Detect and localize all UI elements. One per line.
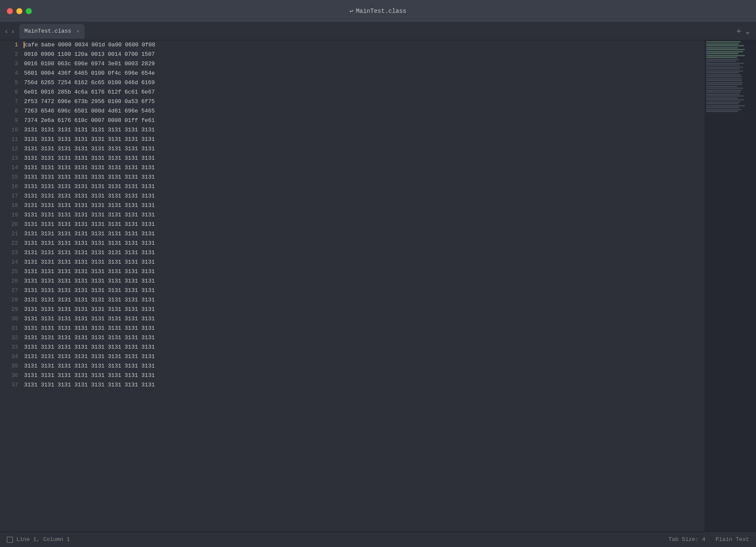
code-line: 3131 3131 3131 3131 3131 3131 3131 3131	[24, 229, 704, 239]
text-cursor	[24, 42, 24, 48]
close-button[interactable]	[7, 8, 13, 14]
line-number: 26	[0, 277, 22, 286]
line-number: 10	[0, 125, 22, 135]
line-number: 30	[0, 314, 22, 324]
code-line: 3131 3131 3131 3131 3131 3131 3131 3131	[24, 210, 704, 220]
code-line: 6e01 0016 285b 4c6a 6176 612f 6c61 6e67	[24, 88, 704, 97]
line-number: 31	[0, 324, 22, 333]
tab-maintest[interactable]: MainTest.class ✕	[19, 24, 85, 39]
code-content[interactable]: cafe babe 0000 0034 001d 0a00 0600 0f080…	[22, 40, 704, 532]
maximize-button[interactable]	[26, 8, 32, 14]
minimap-line	[706, 94, 740, 95]
code-line: 3131 3131 3131 3131 3131 3131 3131 3131	[24, 135, 704, 144]
minimap-line	[706, 109, 741, 110]
minimap-line	[706, 76, 742, 77]
line-number: 6	[0, 88, 22, 97]
minimap-line	[706, 74, 741, 76]
code-line: 3131 3131 3131 3131 3131 3131 3131 3131	[24, 125, 704, 135]
editor-area: 1234567891011121314151617181920212223242…	[0, 40, 756, 532]
code-line: 3131 3131 3131 3131 3131 3131 3131 3131	[24, 191, 704, 201]
minimap-line	[706, 107, 739, 108]
minimap-line	[706, 59, 739, 60]
line-number: 1	[0, 40, 22, 50]
minimap-line	[706, 111, 738, 112]
minimap-line	[706, 88, 743, 89]
line-number: 5	[0, 78, 22, 88]
minimap-line	[706, 91, 741, 93]
minimap-line	[706, 70, 743, 72]
code-line: 3131 3131 3131 3131 3131 3131 3131 3131	[24, 362, 704, 371]
tab-bar-actions: + ⌄	[736, 27, 751, 35]
minimap-line	[706, 63, 744, 64]
line-number: 36	[0, 371, 22, 380]
minimap-line	[706, 57, 737, 58]
line-number: 37	[0, 380, 22, 390]
minimap-line	[706, 86, 738, 87]
code-line: 3131 3131 3131 3131 3131 3131 3131 3131	[24, 305, 704, 314]
minimap-line	[706, 105, 745, 106]
code-line: 3131 3131 3131 3131 3131 3131 3131 3131	[24, 314, 704, 324]
code-line: 3131 3131 3131 3131 3131 3131 3131 3131	[24, 182, 704, 191]
code-line: 3131 3131 3131 3131 3131 3131 3131 3131	[24, 295, 704, 305]
title-bar-text: ↩ MainTest.class	[350, 7, 406, 15]
minimap-line	[706, 84, 742, 85]
tab-next-button[interactable]: ›	[10, 27, 15, 36]
minimap-line	[706, 90, 741, 91]
minimap-line	[706, 95, 744, 97]
line-number: 7	[0, 97, 22, 106]
code-line: 3131 3131 3131 3131 3131 3131 3131 3131	[24, 371, 704, 380]
code-line: cafe babe 0000 0034 001d 0a00 0600 0f08	[24, 40, 704, 50]
traffic-lights	[7, 8, 32, 14]
minimap-line	[706, 61, 737, 62]
minimap-line	[706, 41, 741, 43]
line-number: 11	[0, 135, 22, 144]
line-number: 9	[0, 116, 22, 125]
minimap-line	[706, 82, 743, 83]
line-number: 14	[0, 163, 22, 173]
add-tab-button[interactable]: +	[736, 27, 741, 35]
window-title: MainTest.class	[356, 8, 406, 15]
code-line: 756d 6265 7254 6162 6c65 0100 046d 6169	[24, 78, 704, 88]
code-line: 3131 3131 3131 3131 3131 3131 3131 3131	[24, 163, 704, 173]
minimap-line	[706, 68, 740, 70]
line-number: 22	[0, 239, 22, 248]
line-number: 20	[0, 220, 22, 229]
tab-size[interactable]: Tab Size: 4	[668, 536, 705, 543]
code-line: 3131 3131 3131 3131 3131 3131 3131 3131	[24, 258, 704, 267]
code-line: 5601 0004 436f 6465 0100 0f4c 696e 654e	[24, 69, 704, 78]
code-line: 2f53 7472 696e 673b 2956 0100 0a53 6f75	[24, 97, 704, 106]
minimap-line	[706, 43, 739, 45]
line-number: 29	[0, 305, 22, 314]
code-line: 3131 3131 3131 3131 3131 3131 3131 3131	[24, 173, 704, 182]
line-number: 32	[0, 333, 22, 343]
tab-label: MainTest.class	[24, 28, 71, 34]
tab-close-icon[interactable]: ✕	[76, 28, 79, 34]
minimap-line	[706, 78, 742, 79]
line-numbers: 1234567891011121314151617181920212223242…	[0, 40, 22, 532]
line-number: 18	[0, 201, 22, 210]
status-square-icon	[7, 537, 13, 543]
code-line: 3131 3131 3131 3131 3131 3131 3131 3131	[24, 324, 704, 333]
language-mode[interactable]: Plain Text	[716, 536, 749, 543]
minimap[interactable]	[704, 40, 756, 532]
line-number: 3	[0, 59, 22, 69]
status-left: Line 1, Column 1	[7, 536, 70, 543]
minimize-button[interactable]	[16, 8, 22, 14]
code-line: 3131 3131 3131 3131 3131 3131 3131 3131	[24, 239, 704, 248]
line-number: 34	[0, 352, 22, 362]
minimap-line	[706, 53, 738, 54]
title-icon: ↩	[350, 7, 353, 15]
code-line: 3131 3131 3131 3131 3131 3131 3131 3131	[24, 220, 704, 229]
minimap-line	[706, 103, 738, 104]
cursor-position[interactable]: Line 1, Column 1	[16, 536, 70, 543]
line-number: 2	[0, 50, 22, 59]
tab-prev-button[interactable]: ‹	[3, 27, 9, 36]
line-number: 12	[0, 144, 22, 154]
minimap-line	[706, 51, 743, 52]
code-line: 3131 3131 3131 3131 3131 3131 3131 3131	[24, 352, 704, 362]
minimap-line	[706, 64, 740, 66]
minimap-line	[706, 55, 745, 56]
minimap-line	[706, 45, 744, 46]
line-number: 35	[0, 362, 22, 371]
tab-options-button[interactable]: ⌄	[744, 27, 751, 35]
